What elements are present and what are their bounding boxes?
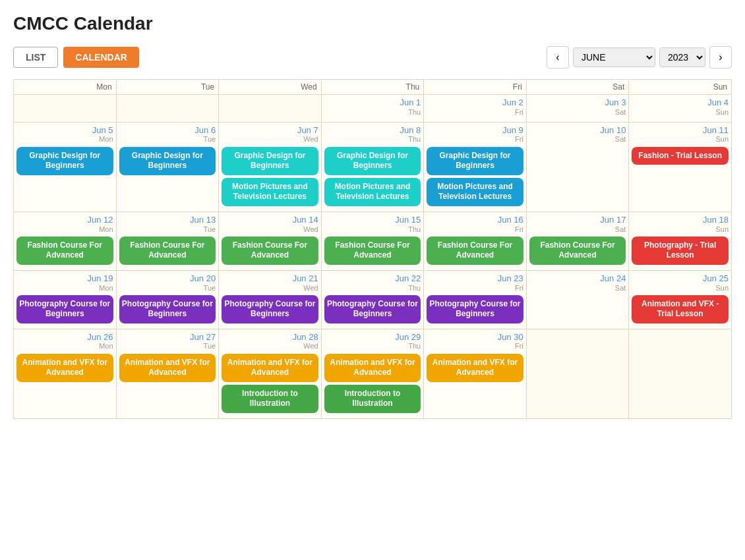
calendar-event[interactable]: Motion Pictures and Television Lectures	[222, 178, 318, 206]
day-number[interactable]: Jun 21	[222, 273, 318, 284]
day-number[interactable]: Jun 25	[632, 273, 729, 284]
calendar-event[interactable]: Graphic Design for Beginners	[222, 147, 318, 175]
list-button[interactable]: LIST	[13, 47, 58, 68]
day-label: Jun 10Sat	[529, 125, 626, 144]
calendar-cell: Jun 10Sat	[526, 122, 629, 211]
calendar-week: Jun 26MonAnimation and VFX for AdvancedJ…	[14, 329, 732, 418]
dow-header: Wed	[219, 80, 322, 95]
calendar-event[interactable]: Graphic Design for Beginners	[324, 147, 421, 175]
calendar-event[interactable]: Photography Course for Beginners	[222, 295, 318, 323]
prev-button[interactable]: ‹	[547, 46, 569, 69]
day-label: Jun 3Sat	[529, 98, 626, 117]
day-name: Mon	[16, 342, 113, 350]
calendar-cell	[116, 95, 219, 123]
day-name: Sun	[632, 135, 729, 144]
day-number[interactable]: Jun 2	[427, 98, 523, 108]
calendar-event[interactable]: Animation and VFX for Advanced	[324, 354, 421, 382]
day-number[interactable]: Jun 3	[529, 98, 626, 108]
calendar-cell	[14, 95, 117, 123]
day-number[interactable]: Jun 7	[222, 125, 318, 136]
calendar-event[interactable]: Photography - Trial Lesson	[632, 237, 729, 265]
day-number[interactable]: Jun 26	[16, 332, 113, 343]
calendar-event[interactable]: Photography Course for Beginners	[16, 295, 113, 323]
calendar-cell: Jun 21WedPhotography Course for Beginner…	[219, 270, 322, 329]
day-name: Sun	[632, 225, 729, 234]
day-number[interactable]: Jun 13	[119, 215, 216, 225]
calendar-button[interactable]: CALENDAR	[63, 47, 139, 68]
calendar-event[interactable]: Fashion Course For Advanced	[16, 237, 113, 265]
day-name: Mon	[16, 225, 113, 234]
calendar-event[interactable]: Animation and VFX for Advanced	[16, 354, 113, 382]
calendar-event[interactable]: Introduction to Illustration	[222, 385, 318, 413]
day-number[interactable]: Jun 18	[632, 215, 729, 225]
day-number[interactable]: Jun 8	[324, 125, 421, 136]
day-label: Jun 19Mon	[16, 273, 113, 293]
day-number[interactable]: Jun 12	[16, 215, 113, 225]
day-number[interactable]: Jun 22	[324, 273, 421, 284]
calendar-cell: Jun 3Sat	[526, 95, 629, 123]
day-number[interactable]: Jun 17	[529, 215, 626, 225]
day-number[interactable]: Jun 29	[324, 332, 421, 343]
day-name: Thu	[324, 342, 421, 350]
day-number[interactable]: Jun 11	[632, 125, 729, 136]
calendar-event[interactable]: Animation and VFX - Trial Lesson	[632, 295, 729, 323]
calendar-cell: Jun 5MonGraphic Design for Beginners	[14, 122, 117, 211]
day-number[interactable]: Jun 10	[529, 125, 626, 136]
day-name: Wed	[222, 284, 318, 293]
calendar-event[interactable]: Fashion Course For Advanced	[324, 237, 421, 265]
calendar-event[interactable]: Fashion Course For Advanced	[119, 237, 216, 265]
calendar-event[interactable]: Graphic Design for Beginners	[119, 147, 216, 175]
calendar-week: Jun 5MonGraphic Design for BeginnersJun …	[14, 122, 732, 211]
day-number[interactable]: Jun 14	[222, 215, 318, 225]
day-number[interactable]: Jun 20	[119, 273, 216, 284]
day-number[interactable]: Jun 9	[427, 125, 523, 136]
calendar-cell: Jun 13TueFashion Course For Advanced	[116, 211, 219, 270]
day-number[interactable]: Jun 27	[119, 332, 216, 343]
calendar-event[interactable]: Fashion - Trial Lesson	[632, 147, 729, 165]
day-number[interactable]: Jun 5	[16, 125, 113, 136]
calendar-event[interactable]: Animation and VFX for Advanced	[119, 354, 216, 382]
day-name: Wed	[222, 225, 318, 234]
next-button[interactable]: ›	[709, 46, 732, 69]
year-select[interactable]: 20212022202320242025	[659, 47, 705, 67]
calendar-cell: Jun 28WedAnimation and VFX for AdvancedI…	[219, 329, 322, 418]
calendar-event[interactable]: Animation and VFX for Advanced	[222, 354, 318, 382]
calendar-event[interactable]: Photography Course for Beginners	[324, 295, 421, 323]
calendar-cell: Jun 30FriAnimation and VFX for Advanced	[424, 329, 527, 418]
day-number[interactable]: Jun 24	[529, 273, 626, 284]
calendar-cell: Jun 26MonAnimation and VFX for Advanced	[14, 329, 117, 418]
day-name: Sat	[529, 108, 626, 117]
calendar-event[interactable]: Photography Course for Beginners	[119, 295, 216, 323]
month-select[interactable]: JANUARYFEBRUARYMARCHAPRILMAYJUNEJULYAUGU…	[573, 47, 655, 67]
day-number[interactable]: Jun 4	[632, 98, 729, 108]
calendar-event[interactable]: Motion Pictures and Television Lectures	[324, 178, 421, 206]
calendar-event[interactable]: Photography Course for Beginners	[427, 295, 523, 323]
day-name: Tue	[119, 342, 216, 350]
calendar-event[interactable]: Graphic Design for Beginners	[16, 147, 113, 175]
day-number[interactable]: Jun 23	[427, 273, 523, 284]
calendar-cell: Jun 25SunAnimation and VFX - Trial Lesso…	[629, 270, 732, 329]
dow-header: Thu	[321, 80, 424, 95]
calendar-event[interactable]: Graphic Design for Beginners	[427, 147, 523, 175]
day-number[interactable]: Jun 1	[324, 98, 421, 108]
calendar-event[interactable]: Animation and VFX for Advanced	[427, 354, 523, 382]
calendar-week: Jun 1ThuJun 2FriJun 3SatJun 4Sun	[14, 95, 732, 123]
calendar-event[interactable]: Motion Pictures and Television Lectures	[427, 178, 523, 206]
day-number[interactable]: Jun 15	[324, 215, 421, 225]
calendar-event[interactable]: Introduction to Illustration	[324, 385, 421, 413]
day-label: Jun 7Wed	[222, 125, 318, 144]
day-name: Mon	[16, 284, 113, 293]
calendar-week: Jun 12MonFashion Course For AdvancedJun …	[14, 211, 732, 270]
calendar-event[interactable]: Fashion Course For Advanced	[529, 237, 626, 265]
calendar-event[interactable]: Fashion Course For Advanced	[427, 237, 523, 265]
dow-header: Fri	[424, 80, 527, 95]
day-number[interactable]: Jun 16	[427, 215, 523, 225]
day-name: Wed	[222, 342, 318, 350]
calendar-cell: Jun 15ThuFashion Course For Advanced	[321, 211, 424, 270]
day-number[interactable]: Jun 6	[119, 125, 216, 136]
day-number[interactable]: Jun 19	[16, 273, 113, 284]
calendar-event[interactable]: Fashion Course For Advanced	[222, 237, 318, 265]
day-number[interactable]: Jun 28	[222, 332, 318, 343]
day-number[interactable]: Jun 30	[427, 332, 523, 343]
day-name: Tue	[119, 284, 216, 293]
